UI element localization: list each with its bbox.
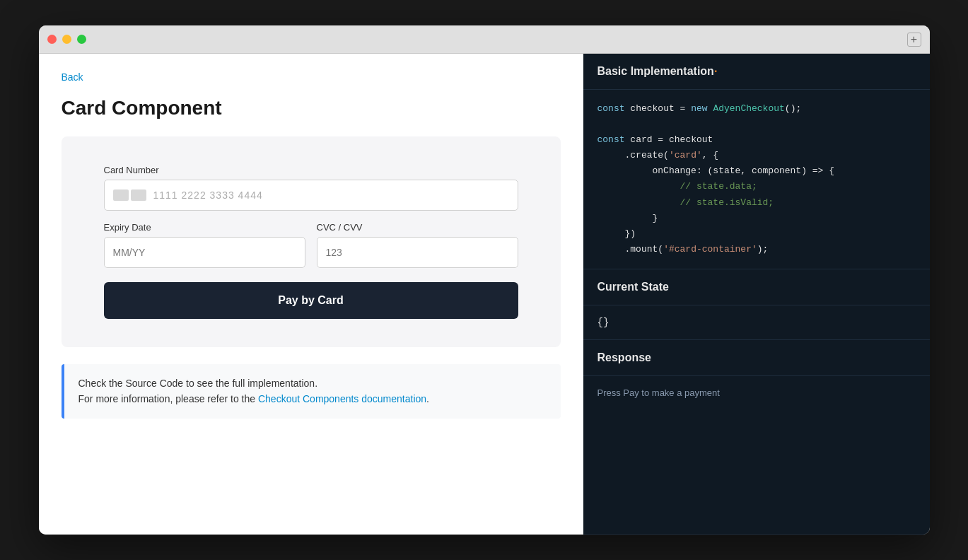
cvc-input[interactable]	[317, 237, 518, 268]
card-number-label: Card Number	[104, 165, 518, 175]
app-window: + Back Card Component Card Number 1111 2…	[39, 25, 930, 535]
pay-button[interactable]: Pay by Card	[104, 282, 518, 319]
expiry-cvc-row: Expiry Date CVC / CVV	[104, 222, 518, 279]
state-content: {}	[583, 305, 930, 339]
basic-impl-section: Basic Implementation· const checkout = n…	[583, 54, 930, 269]
add-tab-button[interactable]: +	[907, 33, 921, 47]
cvc-label: CVC / CVV	[317, 222, 518, 233]
code-block: const checkout = new AdyenCheckout(); co…	[583, 90, 930, 269]
basic-impl-title: Basic Implementation	[597, 65, 714, 77]
back-link[interactable]: Back	[62, 71, 83, 83]
docs-link[interactable]: Checkout Components documentation	[258, 393, 426, 404]
response-header: Response	[583, 340, 930, 376]
expiry-group: Expiry Date	[104, 222, 305, 268]
card-number-group: Card Number 1111 2222 3333 4444	[104, 165, 518, 211]
right-panel: Basic Implementation· const checkout = n…	[583, 54, 930, 535]
info-line2-suffix: .	[426, 393, 429, 404]
info-box: Check the Source Code to see the full im…	[62, 364, 561, 419]
card-form-container: Card Number 1111 2222 3333 4444 Expiry D…	[62, 136, 561, 347]
close-button[interactable]	[47, 35, 57, 44]
card-icon	[113, 189, 146, 201]
maximize-button[interactable]	[77, 35, 86, 44]
current-state-header: Current State	[583, 269, 930, 305]
info-line2: For more information, please refer to th…	[78, 391, 547, 407]
info-line2-prefix: For more information, please refer to th…	[78, 393, 258, 404]
traffic-lights	[47, 35, 86, 44]
left-panel: Back Card Component Card Number 1111 222…	[39, 54, 583, 535]
response-section: Response Press Pay to make a payment	[583, 340, 930, 535]
basic-impl-header: Basic Implementation·	[583, 54, 930, 90]
minimize-button[interactable]	[62, 35, 71, 44]
card-icon-rect-1	[113, 189, 129, 201]
cvc-group: CVC / CVV	[317, 222, 518, 268]
current-state-section: Current State {}	[583, 269, 930, 340]
expiry-label: Expiry Date	[104, 222, 305, 233]
card-icon-rect-2	[131, 189, 146, 201]
response-content: Press Pay to make a payment	[583, 376, 930, 409]
card-number-input[interactable]: 1111 2222 3333 4444	[104, 180, 518, 211]
titlebar: +	[39, 25, 930, 54]
info-line1: Check the Source Code to see the full im…	[78, 375, 547, 391]
card-number-placeholder: 1111 2222 3333 4444	[153, 189, 263, 201]
accent-dot: ·	[714, 65, 717, 77]
expiry-input[interactable]	[104, 237, 305, 268]
page-title: Card Component	[62, 97, 561, 119]
main-content: Back Card Component Card Number 1111 222…	[39, 54, 930, 535]
